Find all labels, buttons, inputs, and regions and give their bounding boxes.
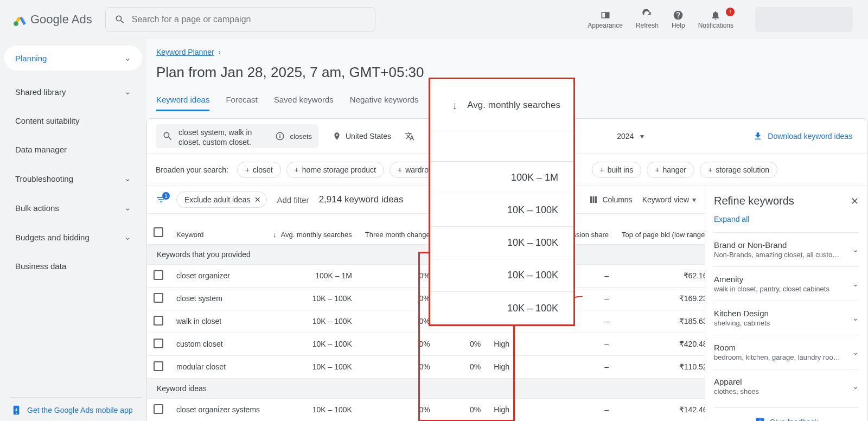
logo[interactable]: Google Ads [7,12,105,27]
refine-group[interactable]: Apparelclothes, shoes⌄ [714,369,859,403]
cell-yoy: 0% [437,355,487,378]
chevron-down-icon: ▾ [640,132,644,141]
table-row[interactable]: custom closet 10K – 100K 0% 0% High – ₹4… [147,333,705,355]
zoom-value: 10K – 100K [430,194,573,227]
cell-keyword: custom closet [170,333,266,355]
download-button[interactable]: Download keyword ideas [752,131,859,142]
account-selector[interactable] [755,7,853,32]
sidebar: Planning ⌄ Shared library⌄ Content suita… [0,39,146,421]
mobile-app-link[interactable]: Get the Google Ads mobile app [11,405,133,416]
notif-badge: ! [726,8,735,16]
tab-saved-keywords[interactable]: Saved keywords [274,90,334,111]
broaden-chip[interactable]: +hanger [647,162,694,178]
refine-group[interactable]: Kitchen Designshelving, cabinets⌄ [714,301,859,335]
cell-yoy: 0% [437,398,487,421]
exclude-filter-chip[interactable]: Exclude adult ideas ✕ [176,192,267,208]
refine-group-title: Apparel [714,377,759,386]
broaden-chip[interactable]: +closet [237,162,281,178]
select-all-checkbox[interactable] [154,227,163,237]
refresh-icon [642,10,653,21]
location-filter[interactable]: United States [331,131,391,142]
view-button[interactable]: Keyword view▾ [642,195,696,204]
broaden-chip[interactable]: +home storage product [286,162,384,178]
top-actions: Appearance Refresh Help ! Notifications [588,7,861,32]
refine-group[interactable]: Amenitywalk in closet, pantry, closet ca… [714,266,859,301]
row-checkbox[interactable] [154,270,163,280]
tab-negative-keywords[interactable]: Negative keywords [350,90,419,111]
search-box[interactable] [105,7,375,32]
row-checkbox[interactable] [154,361,163,371]
row-checkbox[interactable] [154,293,163,303]
svg-point-0 [14,21,18,26]
language-filter[interactable] [404,131,415,142]
notifications-button[interactable]: ! Notifications [698,10,733,29]
close-icon[interactable]: ✕ [851,195,859,207]
table-row[interactable]: closet organizer systems 10K – 100K 0% 0… [147,398,705,421]
refine-group-title: Brand or Non-Brand [714,240,844,250]
cell-keyword: modular closet [170,355,266,378]
cell-comp: High [487,355,538,378]
refine-group[interactable]: Brand or Non-BrandNon-Brands, amazing cl… [714,232,859,266]
row-checkbox[interactable] [154,316,163,326]
plus-icon: + [655,165,659,174]
col-keyword[interactable]: Keyword [170,214,266,244]
sidebar-item-shared-library[interactable]: Shared library⌄ [4,77,142,106]
cell-keyword: walk in closet [170,310,266,333]
breadcrumb-link[interactable]: Keyword Planner [156,48,214,56]
col-three-month[interactable]: Three month change [359,214,437,244]
sidebar-item-troubleshooting[interactable]: Troubleshooting⌄ [4,164,142,193]
sidebar-item-bulk-actions[interactable]: Bulk actions⌄ [4,193,142,222]
plus-icon: + [245,165,250,174]
cell-tmc: 0% [359,287,437,310]
cell-low: ₹420.48 [615,333,705,355]
col-bid-low[interactable]: Top of page bid (low range) [615,214,705,244]
chevron-down-icon: ⌄ [124,232,131,242]
keyword-input-chip[interactable]: closet system, walk in closet, custom cl… [156,124,318,148]
filter-icon[interactable]: 1 [156,194,167,205]
sidebar-item-business-data[interactable]: Business data [4,252,142,280]
chevron-down-icon: ⌄ [124,87,131,97]
row-checkbox[interactable] [154,404,163,414]
appearance-icon [600,10,611,21]
col-avg-searches[interactable]: ↓Avg. monthly searches [266,214,359,244]
help-button[interactable]: Help [672,10,685,29]
sidebar-item-planning[interactable]: Planning ⌄ [4,46,142,71]
refine-group[interactable]: Roombedroom, kitchen, garage, laundry ro… [714,335,859,369]
tab-forecast[interactable]: Forecast [226,90,257,111]
refine-group-sub: bedroom, kitchen, garage, laundry room, … [714,353,844,361]
row-checkbox[interactable] [154,339,163,348]
refine-panel: Refine keywords ✕ Expand all Brand or No… [705,186,867,421]
feedback-button[interactable]: Give feedback [714,407,859,421]
table-row[interactable]: walk in closet 10K – 100K 0% 0% High – ₹… [147,310,705,333]
broaden-chip[interactable]: +storage solution [700,162,777,178]
refine-group-sub: shelving, cabinets [714,319,770,327]
zoom-header: ↓ Avg. monthly searches [430,79,573,131]
cell-low: ₹110.52 [615,355,705,378]
table-row[interactable]: modular closet 10K – 100K 0% 0% High – ₹… [147,355,705,378]
cell-low: ₹142.46 [615,398,705,421]
bell-icon [710,10,721,21]
logo-text: Google Ads [30,12,92,27]
sidebar-item-content-suitability[interactable]: Content suitability [4,106,142,135]
sidebar-item-budgets-bidding[interactable]: Budgets and bidding⌄ [4,222,142,252]
section-header: Keywords that you provided [147,244,705,264]
expand-all-button[interactable]: Expand all [714,215,859,224]
columns-button[interactable]: Columns [588,194,632,205]
table-row[interactable]: closet system 10K – 100K 0% 0% High – ₹1… [147,287,705,310]
cell-yoy: 0% [437,333,487,355]
add-filter-button[interactable]: Add filter [277,195,309,205]
appearance-button[interactable]: Appearance [588,10,623,29]
cell-low: ₹169.23 [615,287,705,310]
table-row[interactable]: closet organizer 100K – 1M 0% 0% High – … [147,264,705,287]
close-icon[interactable]: ✕ [254,195,261,204]
search-input[interactable] [132,15,366,24]
date-filter[interactable]: 2024▾ [617,132,644,141]
broaden-chip[interactable]: +built ins [592,162,642,178]
tab-keyword-ideas[interactable]: Keyword ideas [156,90,209,111]
search-icon [162,131,173,142]
sidebar-item-data-manager[interactable]: Data manager [4,135,142,164]
refresh-button[interactable]: Refresh [636,10,659,29]
cell-low: ₹185.63 [615,310,705,333]
broaden-label: Broaden your search: [156,165,228,174]
cell-avg: 10K – 100K [266,310,359,333]
